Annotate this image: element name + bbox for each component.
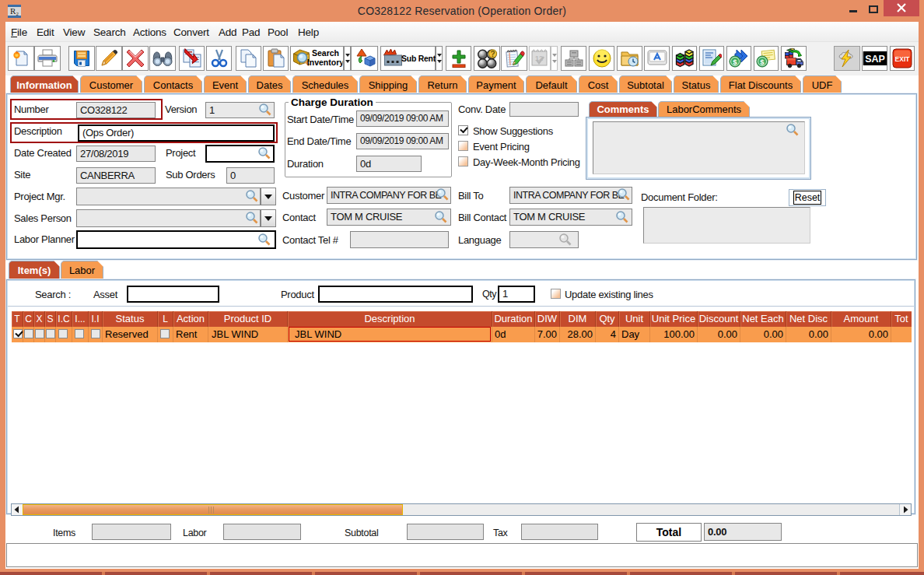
svg-text:Inventory: Inventory bbox=[306, 58, 342, 67]
svg-text:?: ? bbox=[490, 50, 495, 58]
svg-text:SAP: SAP bbox=[865, 54, 885, 65]
svg-text:EXIT: EXIT bbox=[895, 55, 911, 63]
svg-text:$: $ bbox=[733, 58, 737, 66]
svg-text:Search: Search bbox=[311, 48, 338, 58]
svg-text:Sub Rent: Sub Rent bbox=[401, 54, 436, 63]
svg-text:$: $ bbox=[760, 58, 765, 66]
